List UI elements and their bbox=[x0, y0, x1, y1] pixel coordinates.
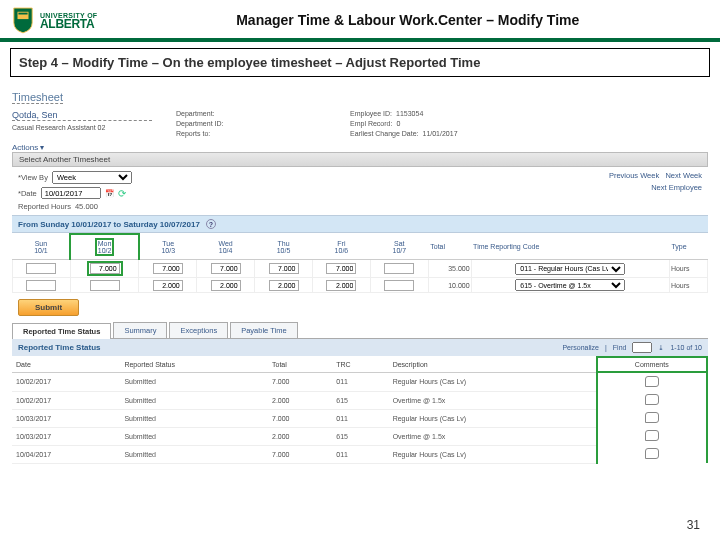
date-input[interactable] bbox=[41, 187, 101, 199]
status-row: 10/03/2017Submitted7.000011Regular Hours… bbox=[12, 409, 707, 427]
status-cell-status: Submitted bbox=[120, 445, 268, 463]
status-cell-total: 7.000 bbox=[268, 445, 332, 463]
next-employee-link[interactable]: Next Employee bbox=[651, 183, 702, 192]
status-row: 10/02/2017Submitted2.000615Overtime @ 1.… bbox=[12, 391, 707, 409]
status-section-title: Reported Time Status bbox=[18, 343, 101, 352]
hours-input[interactable] bbox=[384, 263, 414, 274]
earliest-change-label: Earliest Change Date: bbox=[350, 130, 418, 137]
timesheet-heading: Timesheet bbox=[12, 91, 63, 104]
hours-input[interactable] bbox=[211, 263, 241, 274]
refresh-icon[interactable]: ⟳ bbox=[118, 188, 126, 199]
find-input[interactable] bbox=[632, 342, 652, 353]
reported-hours-label: Reported Hours bbox=[18, 202, 71, 211]
reported-time-status-grid: DateReported StatusTotalTRCDescriptionCo… bbox=[12, 356, 708, 464]
tab-reported-time-status[interactable]: Reported Time Status bbox=[12, 323, 111, 339]
actions-menu[interactable]: Actions ▾ bbox=[12, 143, 708, 152]
status-cell-total: 7.000 bbox=[268, 372, 332, 391]
status-cell-trc: 615 bbox=[332, 391, 388, 409]
hours-input[interactable] bbox=[153, 263, 183, 274]
select-another-label[interactable]: Select Another Timesheet bbox=[19, 155, 110, 164]
status-row: 10/04/2017Submitted7.000011Regular Hours… bbox=[12, 445, 707, 463]
earliest-change-value: 11/01/2017 bbox=[422, 130, 457, 137]
status-col-header: Total bbox=[268, 357, 332, 372]
ua-logo: UNIVERSITY OF ALBERTA bbox=[12, 6, 97, 34]
employee-role: Casual Research Assistant 02 bbox=[12, 124, 152, 131]
status-row: 10/02/2017Submitted7.000011Regular Hours… bbox=[12, 372, 707, 391]
day-header: Fri10/6 bbox=[312, 234, 370, 260]
view-by-select[interactable]: Week bbox=[52, 171, 132, 184]
date-range: From Sunday 10/01/2017 to Saturday 10/07… bbox=[18, 220, 200, 229]
status-cell-desc: Overtime @ 1.5x bbox=[389, 391, 597, 409]
comment-icon[interactable] bbox=[645, 412, 659, 423]
slide-number: 31 bbox=[687, 518, 700, 532]
status-cell-status: Submitted bbox=[120, 372, 268, 391]
find-link[interactable]: Find bbox=[613, 344, 627, 351]
status-cell-date: 10/03/2017 bbox=[12, 427, 120, 445]
hours-input[interactable] bbox=[269, 280, 299, 291]
help-icon[interactable]: ? bbox=[206, 219, 216, 229]
trc-select[interactable]: 011 - Regular Hours (Cas Lv) bbox=[515, 263, 625, 275]
status-col-header: Date bbox=[12, 357, 120, 372]
tab-summary[interactable]: Summary bbox=[113, 322, 167, 338]
status-cell-date: 10/04/2017 bbox=[12, 445, 120, 463]
department-id-label: Department ID: bbox=[176, 120, 326, 127]
submit-button[interactable]: Submit bbox=[18, 299, 79, 316]
hours-input[interactable] bbox=[384, 280, 414, 291]
day-header: Tue10/3 bbox=[139, 234, 197, 260]
personalize-link[interactable]: Personalize bbox=[562, 344, 599, 351]
status-cell-date: 10/02/2017 bbox=[12, 372, 120, 391]
day-header: Wed10/4 bbox=[197, 234, 255, 260]
tab-exceptions[interactable]: Exceptions bbox=[169, 322, 228, 338]
status-col-header: Reported Status bbox=[120, 357, 268, 372]
status-cell-trc: 011 bbox=[332, 409, 388, 427]
shield-icon bbox=[12, 6, 34, 34]
logo-line2: ALBERTA bbox=[40, 20, 97, 28]
row-total: 10.000 bbox=[428, 278, 471, 293]
status-tabs: Reported Time StatusSummaryExceptionsPay… bbox=[12, 322, 708, 339]
status-cell-desc: Overtime @ 1.5x bbox=[389, 427, 597, 445]
grid-header: Type bbox=[669, 234, 707, 260]
grid-download-icon[interactable]: ⤓ bbox=[658, 344, 664, 352]
hours-input[interactable] bbox=[269, 263, 299, 274]
comment-icon[interactable] bbox=[645, 376, 659, 387]
status-cell-status: Submitted bbox=[120, 409, 268, 427]
status-cell-total: 7.000 bbox=[268, 409, 332, 427]
row-type: Hours bbox=[669, 278, 707, 293]
timesheet-grid: Sun10/1Mon10/2Tue10/3Wed10/4Thu10/5Fri10… bbox=[12, 233, 708, 293]
hours-input[interactable] bbox=[326, 280, 356, 291]
hours-input[interactable] bbox=[211, 280, 241, 291]
comment-icon[interactable] bbox=[645, 430, 659, 441]
next-week-link[interactable]: Next Week bbox=[665, 171, 702, 180]
day-header: Mon10/2 bbox=[70, 234, 138, 260]
row-count: 1-10 of 10 bbox=[670, 344, 702, 351]
day-header: Sun10/1 bbox=[13, 234, 71, 260]
department-label: Department: bbox=[176, 110, 326, 117]
row-type: Hours bbox=[669, 260, 707, 278]
hours-input[interactable] bbox=[153, 280, 183, 291]
empl-record-label: Empl Record: bbox=[350, 120, 392, 127]
comment-icon[interactable] bbox=[645, 394, 659, 405]
status-cell-trc: 011 bbox=[332, 372, 388, 391]
grid-header: Total bbox=[428, 234, 471, 260]
status-cell-trc: 615 bbox=[332, 427, 388, 445]
day-header: Thu10/5 bbox=[255, 234, 313, 260]
reported-hours-value: 45.000 bbox=[75, 202, 98, 211]
status-cell-desc: Regular Hours (Cas Lv) bbox=[389, 409, 597, 427]
status-cell-date: 10/02/2017 bbox=[12, 391, 120, 409]
calendar-icon[interactable]: 📅 bbox=[105, 189, 114, 198]
empid-value: 1153054 bbox=[396, 110, 423, 117]
employee-name-link[interactable]: Qotda, Sen bbox=[12, 110, 152, 121]
hours-input[interactable] bbox=[90, 263, 120, 274]
tab-payable-time[interactable]: Payable Time bbox=[230, 322, 297, 338]
svg-rect-1 bbox=[18, 13, 27, 15]
comment-icon[interactable] bbox=[645, 448, 659, 459]
trc-select[interactable]: 615 - Overtime @ 1.5x bbox=[515, 279, 625, 291]
hours-input[interactable] bbox=[26, 280, 56, 291]
hours-input[interactable] bbox=[90, 280, 120, 291]
grid-header: Time Reporting Code bbox=[471, 234, 669, 260]
prev-week-link[interactable]: Previous Week bbox=[609, 171, 659, 180]
hours-input[interactable] bbox=[26, 263, 56, 274]
select-another-bar: Select Another Timesheet bbox=[12, 152, 708, 167]
hours-input[interactable] bbox=[326, 263, 356, 274]
status-cell-desc: Regular Hours (Cas Lv) bbox=[389, 445, 597, 463]
